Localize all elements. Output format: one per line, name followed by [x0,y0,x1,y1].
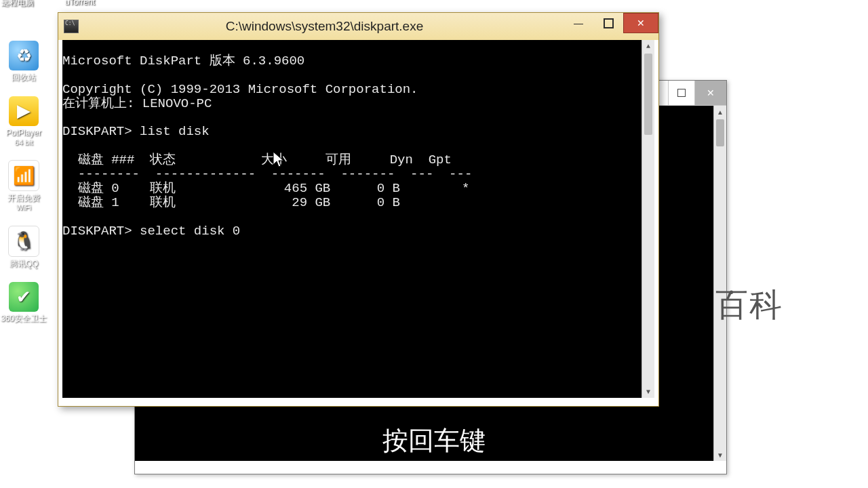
table-header: 磁盘 ### 状态 大小 可用 Dyn Gpt [62,152,452,167]
desktop-label: PotPlayer 64 bit [6,129,41,146]
bg-maximize-button[interactable] [668,81,694,105]
term-line: Copyright (C) 1999-2013 Microsoft Corpor… [62,82,418,97]
scroll-up-icon[interactable]: ▲ [642,40,654,52]
term-prompt: DISKPART> list disk [62,124,210,139]
desktop-icon-wifi[interactable]: 📶 开启免费 WiFi [0,160,47,211]
scroll-thumb[interactable] [644,54,652,135]
desktop-label: 360安全卫士 [1,314,47,324]
diskpart-window[interactable]: C:\windows\system32\diskpart.exe — ✕ Mic… [58,12,659,407]
desktop-icon-recycle-bin[interactable]: ♻ 回收站 [0,41,47,83]
scroll-up-icon[interactable]: ▲ [714,106,726,118]
desktop-label: 开启免费 WiFi [7,194,40,211]
maximize-button[interactable] [593,13,623,33]
desktop-label: 腾讯QQ [9,260,39,269]
desktop-label: 回收站 [12,73,36,83]
term-prompt: DISKPART> select disk 0 [62,224,240,239]
scroll-down-icon[interactable]: ▼ [714,449,726,461]
desktop-label-line: PotPlayer [6,129,41,138]
window-controls: — ✕ [564,13,658,33]
square-icon [677,89,686,97]
terminal-scrollbar[interactable]: ▲ ▼ [642,40,654,398]
terminal-output[interactable]: Microsoft DiskPart 版本 6.3.9600 Copyright… [62,40,654,398]
table-rule: -------- ------------- ------- ------- -… [62,167,472,182]
desktop-label-partial: uTorrent [65,0,95,7]
desktop-icons: ♻ 回收站 ▶ PotPlayer 64 bit 📶 开启免费 WiFi 🐧 腾… [0,41,47,338]
desktop-icon-360[interactable]: ✔ 360安全卫士 [0,282,47,324]
logo-text: 百科 [715,283,783,327]
close-button[interactable]: ✕ [623,13,658,33]
desktop-label-line: WiFi [7,203,40,212]
play-icon: ▶ [9,96,39,126]
square-icon [604,18,614,28]
table-row: 磁盘 0 联机 465 GB 0 B * [62,181,470,196]
wifi-icon: 📶 [8,160,39,191]
bg-close-button[interactable]: ✕ [694,81,726,105]
titlebar[interactable]: C:\windows\system32\diskpart.exe — ✕ [58,13,658,40]
term-line: 在计算机上: LENOVO-PC [62,96,212,111]
minimize-button[interactable]: — [564,13,593,33]
desktop-icon-potplayer[interactable]: ▶ PotPlayer 64 bit [0,96,47,146]
desktop-label-partial: 远程电脑 [1,0,34,9]
scroll-down-icon[interactable]: ▼ [642,386,654,398]
penguin-icon: 🐧 [8,226,39,257]
desktop-icon-qq[interactable]: 🐧 腾讯QQ [0,226,47,269]
shield-icon: ✔ [9,282,39,312]
cmd-icon [64,20,79,33]
desktop-label-line: 开启免费 [7,194,40,203]
table-row: 磁盘 1 联机 29 GB 0 B [62,195,400,210]
recycle-bin-icon: ♻ [9,41,39,70]
window-title: C:\windows\system32\diskpart.exe [85,19,564,34]
scroll-thumb[interactable] [716,119,724,146]
desktop-label-line: 64 bit [6,138,41,147]
term-line: Microsoft DiskPart 版本 6.3.9600 [62,54,304,68]
